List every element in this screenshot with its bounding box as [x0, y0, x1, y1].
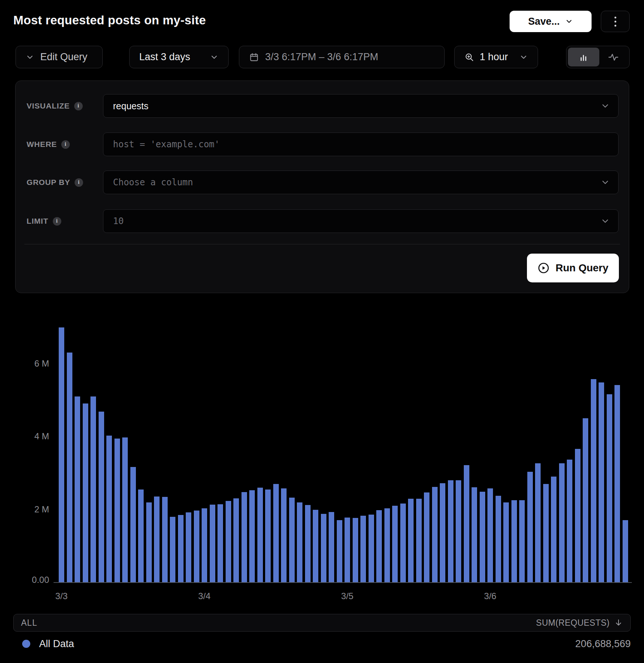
info-icon[interactable]: i	[61, 140, 70, 149]
bar[interactable]	[257, 488, 263, 582]
bar[interactable]	[249, 490, 255, 582]
bar[interactable]	[226, 501, 231, 582]
bar[interactable]	[265, 489, 271, 582]
bar[interactable]	[345, 518, 350, 582]
group-column-header: ALL	[21, 618, 37, 628]
bar[interactable]	[607, 394, 612, 582]
save-button[interactable]: Save...	[510, 11, 592, 32]
bar[interactable]	[313, 510, 318, 582]
bar[interactable]	[210, 505, 215, 582]
x-axis-tick-label: 3/5	[341, 591, 353, 601]
bar[interactable]	[130, 467, 136, 582]
bar[interactable]	[567, 460, 572, 582]
bar[interactable]	[106, 436, 112, 582]
bar[interactable]	[614, 385, 620, 582]
edit-query-toggle[interactable]: Edit Query	[16, 46, 103, 68]
bar[interactable]	[305, 505, 311, 582]
bar[interactable]	[233, 498, 239, 582]
bar[interactable]	[472, 487, 477, 582]
bar[interactable]	[289, 498, 295, 582]
bar[interactable]	[114, 439, 120, 582]
bar[interactable]	[464, 465, 469, 582]
bar[interactable]	[503, 502, 509, 582]
bar[interactable]	[353, 518, 358, 582]
bar[interactable]	[511, 500, 517, 582]
bar[interactable]	[162, 497, 168, 582]
bar[interactable]	[360, 516, 366, 582]
bar[interactable]	[194, 511, 199, 582]
bar[interactable]	[400, 504, 406, 582]
bar[interactable]	[83, 403, 88, 582]
bar[interactable]	[146, 502, 152, 582]
bar[interactable]	[67, 353, 72, 582]
bar[interactable]	[369, 515, 374, 582]
bar[interactable]	[384, 508, 390, 582]
info-icon[interactable]: i	[74, 102, 83, 110]
bar[interactable]	[154, 497, 160, 582]
requests-bar-chart[interactable]: 0.002 M4 M6 M 3/33/43/53/6	[0, 317, 644, 613]
bar[interactable]	[99, 412, 104, 582]
bar[interactable]	[432, 487, 438, 582]
more-options-button[interactable]	[601, 11, 630, 32]
bar[interactable]	[392, 506, 398, 582]
bar[interactable]	[623, 520, 628, 582]
bar[interactable]	[583, 418, 588, 582]
bar[interactable]	[321, 514, 326, 582]
bar[interactable]	[559, 463, 565, 582]
info-icon[interactable]: i	[75, 178, 83, 187]
bar[interactable]	[178, 515, 184, 582]
resolution-dropdown[interactable]: 1 hour	[454, 46, 538, 68]
bar[interactable]	[281, 488, 287, 582]
bar[interactable]	[337, 520, 342, 582]
limit-select[interactable]: 10	[103, 209, 619, 233]
bar[interactable]	[456, 480, 461, 582]
bar-chart-toggle-button[interactable]	[568, 48, 599, 66]
bar[interactable]	[575, 449, 580, 582]
bar[interactable]	[591, 379, 596, 582]
bar[interactable]	[376, 510, 382, 582]
bar[interactable]	[424, 492, 429, 582]
bar[interactable]	[138, 489, 144, 582]
bar[interactable]	[480, 492, 485, 582]
bar[interactable]	[75, 396, 80, 582]
bar[interactable]	[496, 496, 501, 582]
bar[interactable]	[416, 499, 422, 582]
bar[interactable]	[242, 492, 247, 582]
bar[interactable]	[551, 477, 556, 582]
where-input[interactable]	[113, 133, 609, 156]
bar[interactable]	[59, 327, 64, 582]
bar[interactable]	[202, 508, 207, 582]
bars-container	[59, 317, 629, 582]
run-query-button[interactable]: Run Query	[527, 254, 619, 282]
sort-column-header[interactable]: SUM(REQUESTS)	[536, 618, 623, 628]
bar[interactable]	[408, 499, 414, 582]
bar[interactable]	[90, 396, 96, 582]
info-icon[interactable]: i	[53, 217, 61, 226]
bar[interactable]	[329, 512, 334, 582]
bar[interactable]	[448, 480, 453, 582]
group-by-select[interactable]: Choose a column	[103, 171, 619, 194]
chart-type-toggle	[566, 46, 630, 68]
bar[interactable]	[543, 484, 549, 582]
date-range-picker[interactable]: 3/3 6:17PM – 3/6 6:17PM	[239, 46, 445, 68]
chevron-down-icon	[210, 53, 219, 62]
chevron-down-icon	[519, 53, 528, 62]
limit-label: LIMIT i	[27, 217, 61, 226]
bar[interactable]	[535, 463, 541, 582]
bar[interactable]	[519, 500, 525, 582]
bar[interactable]	[527, 472, 533, 582]
bar[interactable]	[273, 484, 279, 582]
bar[interactable]	[440, 483, 445, 582]
bar[interactable]	[297, 502, 302, 582]
bar[interactable]	[186, 512, 191, 582]
bar[interactable]	[170, 517, 175, 582]
time-range-label: Last 3 days	[139, 51, 190, 63]
bar[interactable]	[122, 437, 128, 582]
time-range-dropdown[interactable]: Last 3 days	[129, 46, 229, 68]
bar[interactable]	[487, 488, 493, 582]
line-chart-toggle-button[interactable]	[599, 48, 628, 66]
series-row[interactable]: All Data 206,688,569	[13, 636, 631, 652]
bar[interactable]	[217, 504, 223, 582]
visualize-select[interactable]: requests	[103, 94, 619, 118]
bar[interactable]	[599, 382, 604, 582]
